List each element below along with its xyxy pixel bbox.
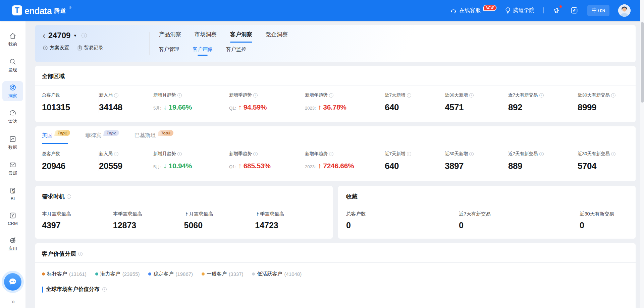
info-icon[interactable]: i	[611, 152, 615, 156]
info-icon[interactable]: i	[539, 93, 544, 98]
main-content: ‹ 24709 ▼ i 方案设置 贸易记录	[25, 21, 641, 308]
academy-link[interactable]: 腾道学院	[505, 7, 535, 14]
stat-value: 20559	[99, 161, 153, 171]
chat-bubble-button[interactable]	[4, 273, 21, 291]
info-icon[interactable]: i	[177, 152, 182, 156]
demand-timing-card: 需求时机 i 本月需求最高 4397 本季需求最高 12873 下月需求最高 5…	[35, 186, 333, 239]
headset-icon	[450, 7, 457, 14]
stat-label: 新增季趋势	[229, 92, 252, 98]
svg-text:BI: BI	[13, 191, 15, 193]
stat-monthly-trend: 新增月趋势i 5月: ↓ 10.94%	[153, 151, 229, 171]
stat-label: 新入局	[99, 151, 113, 157]
subtab-customer-monitor[interactable]: 客户监控	[226, 46, 246, 53]
country-tab-philippines[interactable]: 菲律宾 Top2	[86, 132, 119, 144]
trend-period: Q1:	[229, 106, 236, 111]
info-icon[interactable]: i	[469, 93, 474, 98]
online-service-link[interactable]: 在线客服 NEW	[450, 7, 496, 14]
customer-value-card: 客户价值分层 i 标杆客户 (13161) 潜力客户 (23955) 稳定客户 …	[35, 243, 636, 308]
trend-value: ↑ 36.78%	[318, 103, 346, 111]
scrollbar-thumb[interactable]	[641, 22, 644, 103]
legend-dot	[42, 272, 45, 275]
sidebar-item-radar[interactable]: 雷达	[2, 107, 23, 127]
sidebar-item-mail[interactable]: 云邮	[2, 159, 23, 179]
country-tabs: 美国 Top1 菲律宾 Top2 巴基斯坦 Top3	[35, 126, 636, 144]
subtab-customer-management[interactable]: 客户管理	[159, 46, 179, 53]
fullscreen-button[interactable]	[570, 6, 579, 15]
plan-settings-button[interactable]: 方案设置	[43, 45, 69, 51]
stat-label: 本月需求最高	[42, 211, 113, 217]
info-icon[interactable]: i	[469, 152, 474, 156]
chat-bubble-icon	[8, 277, 17, 287]
sidebar-collapse-button[interactable]: »	[0, 298, 25, 305]
sidebar-item-insight[interactable]: 洞察	[2, 81, 23, 101]
stat-value: 0	[580, 221, 628, 230]
arrow-up-icon: ↑	[318, 103, 321, 111]
stat-new-7d: 近7天新增i 640	[385, 151, 445, 171]
trade-records-button[interactable]: 贸易记录	[77, 45, 103, 51]
country-stats: 总客户数 20946 新入局i 20559 新增月趋势i 5月: ↓ 10.94…	[35, 144, 636, 181]
info-icon[interactable]: i	[114, 93, 118, 98]
info-icon[interactable]: i	[114, 152, 118, 156]
user-avatar[interactable]	[618, 4, 631, 17]
stat-label: 新增月趋势	[153, 92, 176, 98]
arrow-down-icon: ↓	[163, 103, 167, 111]
stat-label: 近30天有新交易	[578, 151, 610, 157]
favorites-stats: 总客户数 0 近7天有新交易 0 近30天有新交易 0	[338, 205, 636, 230]
country-tab-pakistan[interactable]: 巴基斯坦 Top3	[135, 132, 173, 144]
info-icon[interactable]: i	[78, 252, 83, 256]
chevron-down-icon[interactable]: ▼	[73, 34, 77, 38]
stat-label: 近7天新增	[385, 151, 406, 157]
stat-trade-7d: 近7天有新交易i 892	[508, 92, 578, 113]
plan-info-icon[interactable]: i	[82, 33, 87, 38]
stat-label: 新增季趋势	[229, 151, 252, 157]
plan-header-card: ‹ 24709 ▼ i 方案设置 贸易记录	[35, 25, 636, 62]
info-icon[interactable]: i	[329, 93, 333, 98]
announcement-button[interactable]	[552, 6, 561, 15]
stat-label: 新增月趋势	[153, 151, 176, 157]
stat-value: 34148	[99, 102, 153, 113]
sidebar-item-apps[interactable]: 应用	[2, 234, 23, 254]
info-icon[interactable]: i	[253, 93, 258, 98]
country-tab-usa[interactable]: 美国 Top1	[42, 132, 70, 144]
value-tiers-legend: 标杆客户 (13161) 潜力客户 (23955) 稳定客户 (19867) 一…	[35, 263, 636, 277]
info-icon[interactable]: i	[407, 152, 411, 156]
info-icon[interactable]: i	[611, 93, 615, 98]
legend-general-customers[interactable]: 一般客户 (3337)	[202, 271, 243, 277]
global-value-distribution-heading: 全球市场客户价值分布 i	[42, 286, 636, 293]
info-icon[interactable]: i	[67, 194, 71, 199]
megaphone-icon	[553, 7, 560, 14]
info-icon[interactable]: i	[329, 152, 333, 156]
back-button[interactable]: ‹	[43, 32, 46, 39]
tab-competitor-insight[interactable]: 竞企洞察	[266, 31, 288, 38]
arrow-up-icon: ↑	[238, 103, 241, 111]
stat-fav-total: 总客户数 0	[346, 211, 459, 230]
legend-low-activity-customers[interactable]: 低活跃客户 (41048)	[252, 271, 302, 277]
sidebar-item-mine[interactable]: 我的	[2, 29, 23, 50]
tendata-logo[interactable]: T endata 腾道 ®	[12, 5, 71, 15]
apps-globe-icon	[9, 237, 16, 244]
info-icon[interactable]: i	[253, 152, 258, 156]
fullscreen-icon	[571, 7, 578, 14]
page-scrollbar[interactable]	[640, 0, 644, 308]
tab-market-insight[interactable]: 市场洞察	[195, 31, 217, 38]
legend-benchmark-customers[interactable]: 标杆客户 (13161)	[42, 271, 87, 277]
legend-potential-customers[interactable]: 潜力客户 (23955)	[95, 271, 140, 277]
stat-new-entrants: 新入局i 20559	[99, 151, 153, 171]
subtab-customer-profile[interactable]: 客户画像	[193, 46, 213, 53]
sidebar-item-discover[interactable]: 发现	[2, 55, 23, 75]
info-icon[interactable]: i	[177, 93, 182, 98]
tab-customer-insight[interactable]: 客户洞察	[230, 31, 252, 38]
sidebar-item-bi[interactable]: BI BI	[2, 184, 23, 203]
info-icon[interactable]: i	[539, 152, 544, 156]
stat-trade-30d: 近30天有新交易i 8999	[578, 92, 629, 113]
language-toggle[interactable]: 中 / EN	[587, 5, 609, 16]
info-icon[interactable]: i	[407, 93, 411, 98]
sidebar-item-crm[interactable]: CRM	[2, 209, 23, 228]
info-icon[interactable]: i	[102, 287, 107, 292]
stat-value: 5704	[578, 161, 629, 171]
sidebar-item-data[interactable]: 数据	[2, 133, 23, 153]
tab-product-insight[interactable]: 产品洞察	[159, 31, 181, 38]
legend-stable-customers[interactable]: 稳定客户 (19867)	[148, 271, 193, 277]
home-icon	[9, 32, 16, 40]
demand-stats: 本月需求最高 4397 本季需求最高 12873 下月需求最高 5060 下季需…	[35, 205, 333, 230]
